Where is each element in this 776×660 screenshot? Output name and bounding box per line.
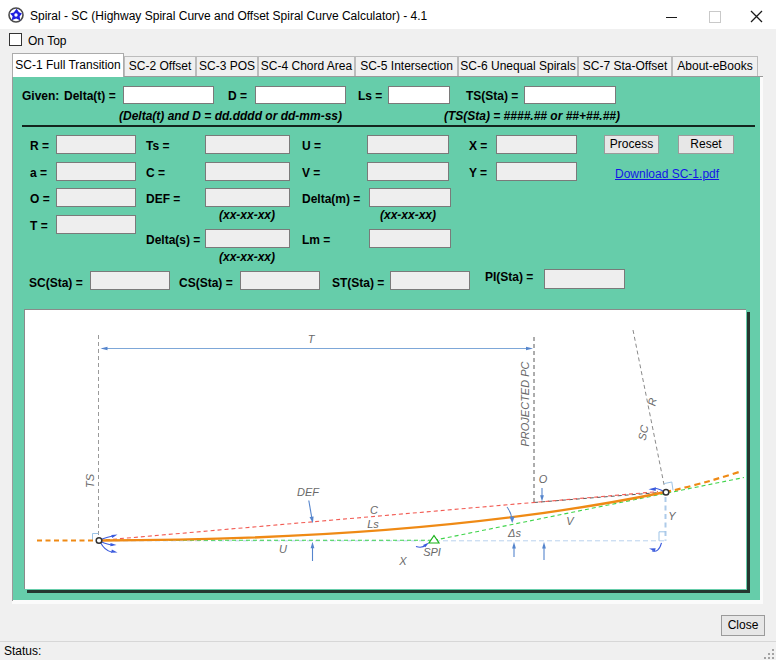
svg-text:Ls: Ls <box>367 518 379 530</box>
svg-text:SC: SC <box>636 424 651 441</box>
svg-text:SPI: SPI <box>423 546 441 558</box>
svg-text:R: R <box>645 397 658 407</box>
svg-text:C: C <box>370 504 378 516</box>
svg-text:Δs: Δs <box>507 527 521 539</box>
svg-text:U: U <box>279 543 287 555</box>
svg-text:Y: Y <box>668 510 676 522</box>
svg-text:TS: TS <box>84 473 96 488</box>
svg-text:X: X <box>398 555 407 567</box>
svg-text:PROJECTED PC: PROJECTED PC <box>519 361 531 446</box>
svg-text:O: O <box>539 473 548 485</box>
svg-text:DEF: DEF <box>297 486 320 498</box>
svg-text:T: T <box>308 333 316 345</box>
svg-text:V: V <box>566 515 575 527</box>
